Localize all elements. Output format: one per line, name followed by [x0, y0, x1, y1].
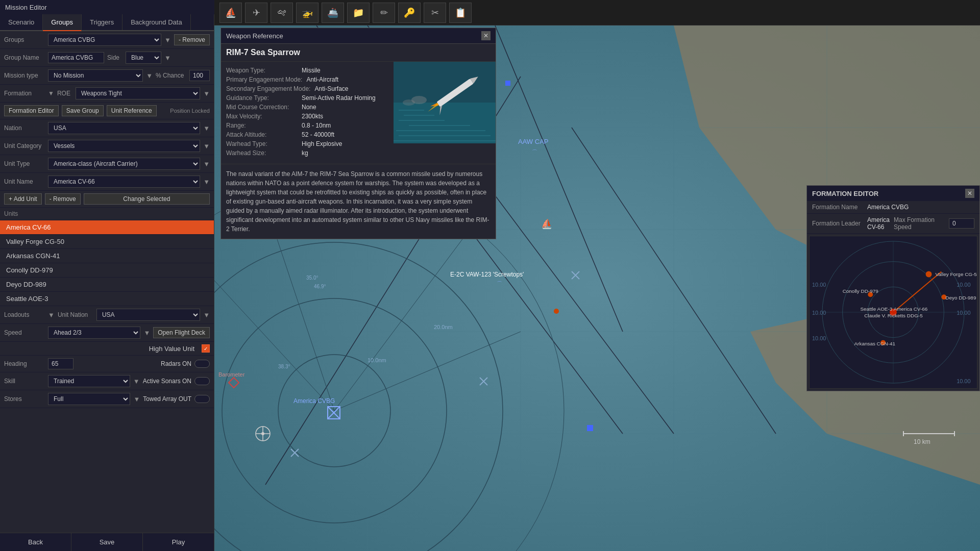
formation-editor-button[interactable]: Formation Editor: [4, 105, 59, 116]
back-button[interactable]: Back: [0, 533, 71, 551]
save-button[interactable]: Save: [71, 533, 143, 551]
tab-scenario[interactable]: Scenario: [0, 14, 43, 30]
nation-label: Nation: [4, 124, 45, 132]
formation-roe-row: Formation ▼ ROE Weapons Tight ▼: [0, 85, 214, 103]
tab-background-data[interactable]: Background Data: [122, 14, 190, 30]
svg-text:10.0nm: 10.0nm: [368, 357, 386, 363]
group-name-input[interactable]: [48, 52, 104, 63]
unit-category-select[interactable]: Vessels: [48, 140, 200, 152]
unit-category-row: Unit Category Vessels ▼: [0, 137, 214, 155]
unit-item[interactable]: Conolly DD-979: [0, 263, 214, 278]
svg-rect-56: [394, 103, 496, 143]
toolbar-jet-icon[interactable]: 🛩: [271, 3, 293, 23]
spec-secondary-eng: Secondary Engagement Mode: Anti-Surface: [226, 85, 388, 92]
unit-item[interactable]: Seattle AOE-3: [0, 292, 214, 306]
formation-radar-svg: 10.00 10.00 10.00 10.00 10.00 10.00 Vall…: [810, 236, 977, 388]
towed-array-toggle[interactable]: [194, 395, 210, 403]
unit-item[interactable]: Valley Forge CG-50: [0, 235, 214, 249]
unit-item[interactable]: America CV-66: [0, 220, 214, 235]
weapon-image: [394, 62, 496, 143]
toolbar-helo-icon[interactable]: 🚁: [296, 3, 318, 23]
fe-max-speed-input[interactable]: [949, 218, 974, 229]
formation-editor-title: FORMATION EDITOR: [812, 190, 878, 197]
weapon-ref-title: Weapon Reference: [226, 32, 283, 40]
speed-select[interactable]: Ahead 2/3: [48, 327, 140, 339]
unit-nation-select[interactable]: USA: [96, 309, 200, 321]
high-value-unit-label: High Value Unit: [149, 345, 194, 353]
side-select[interactable]: Blue: [126, 52, 161, 64]
unit-name-select[interactable]: America CV-66: [48, 176, 200, 188]
toolbar-destroyer-icon[interactable]: 🚢: [322, 3, 344, 23]
play-button[interactable]: Play: [143, 533, 214, 551]
weapon-content: Weapon Type: Missile Primary Engagement …: [221, 62, 496, 164]
spec-guidance: Guidance Type: Semi-Active Radar Homing: [226, 94, 388, 102]
nation-select[interactable]: USA: [48, 122, 200, 134]
heading-input[interactable]: [48, 358, 74, 369]
change-selected-button[interactable]: Change Selected: [84, 193, 210, 205]
unit-item[interactable]: Deyo DD-989: [0, 278, 214, 292]
radars-on-label: Radars ON: [161, 360, 191, 367]
skill-sonars-row: Skill Trained ▼ Active Sonars ON: [0, 372, 214, 390]
spec-primary-eng-label: Primary Engagement Mode:: [226, 76, 302, 83]
remove-unit-button[interactable]: - Remove: [45, 193, 81, 205]
skill-select[interactable]: Trained: [48, 375, 130, 387]
weapon-ref-close-button[interactable]: ✕: [481, 31, 491, 40]
bottom-buttons: Back Save Play: [0, 533, 214, 551]
toolbar-ship-icon[interactable]: ⛵: [219, 3, 242, 23]
spec-max-vel-label: Max Velocity:: [226, 113, 298, 120]
svg-text:10.00: 10.00: [812, 282, 826, 288]
radars-on-toggle[interactable]: [194, 360, 210, 368]
skill-label: Skill: [4, 378, 45, 385]
groups-select[interactable]: America CVBG: [48, 34, 161, 46]
unit-type-select[interactable]: America-class (Aircraft Carrier): [48, 158, 200, 170]
fe-leader-row: Formation Leader America CV-66 Max Forma…: [807, 214, 979, 234]
mission-type-row: Mission type No Mission ▼ % Chance: [0, 67, 214, 85]
weapon-description: The naval variant of the AIM-7 the RIM-7…: [221, 164, 496, 239]
spec-weapon-type: Weapon Type: Missile: [226, 67, 388, 74]
spec-attack-alt-label: Attack Altitude:: [226, 131, 298, 138]
svg-text:E-2C VAW-123 'Screwtops': E-2C VAW-123 'Screwtops': [450, 271, 524, 278]
units-section-header: Units: [0, 208, 214, 220]
toolbar-folder-icon[interactable]: 📁: [347, 3, 370, 23]
toolbar-key-icon[interactable]: 🔑: [398, 3, 421, 23]
remove-group-button[interactable]: - Remove: [174, 34, 210, 45]
svg-rect-53: [587, 425, 593, 431]
save-group-button[interactable]: Save Group: [62, 105, 104, 116]
high-value-unit-checkbox[interactable]: ✓: [202, 344, 210, 353]
active-sonars-toggle[interactable]: [194, 377, 210, 385]
toolbar-scissors-icon[interactable]: ✂: [424, 3, 446, 23]
spec-mid-course-val: None: [302, 104, 316, 111]
svg-text:Claude V. Ricketts DDG-5: Claude V. Ricketts DDG-5: [864, 313, 923, 318]
dropdown-arrow-skill: ▼: [133, 378, 140, 385]
toolbar-clipboard-icon[interactable]: 📋: [449, 3, 472, 23]
toolbar-pencil-icon[interactable]: ✏: [373, 3, 395, 23]
svg-text:Conolly DD-979: Conolly DD-979: [843, 288, 879, 294]
formation-editor-close-button[interactable]: ✕: [965, 189, 974, 198]
mission-type-select[interactable]: No Mission: [48, 69, 143, 82]
svg-text:38.3°: 38.3°: [278, 364, 290, 369]
roe-label: ROE: [57, 90, 72, 97]
open-flight-deck-button[interactable]: Open Flight Deck: [153, 327, 210, 338]
dropdown-arrow-unitname: ▼: [203, 178, 210, 186]
dropdown-arrow-side: ▼: [164, 54, 171, 62]
main-toolbar: ⛵ ✈ 🛩 🚁 🚢 📁 ✏ 🔑 ✂ 📋: [214, 0, 980, 26]
add-unit-button[interactable]: + Add Unit: [4, 193, 42, 205]
roe-select[interactable]: Weapons Tight: [76, 87, 200, 99]
speed-row: Speed Ahead 2/3 ▼ Open Flight Deck: [0, 324, 214, 342]
mission-type-label: Mission type: [4, 72, 45, 79]
unit-reference-button[interactable]: Unit Reference: [107, 105, 157, 116]
spec-range: Range: 0.8 - 10nm: [226, 122, 388, 129]
toolbar-plane-icon[interactable]: ✈: [245, 3, 267, 23]
stores-select[interactable]: Full: [48, 393, 130, 405]
tab-bar: Scenario Groups Triggers Background Data: [0, 14, 214, 31]
unit-item[interactable]: Arkansas CGN-41: [0, 249, 214, 263]
chance-input[interactable]: [189, 70, 210, 81]
svg-text:⌒: ⌒: [497, 281, 502, 287]
dropdown-arrow-loadouts: ▼: [48, 311, 55, 319]
svg-point-71: [403, 99, 415, 106]
spec-mid-course: Mid Course Correction: None: [226, 104, 388, 111]
tab-groups[interactable]: Groups: [43, 14, 82, 31]
spec-max-vel: Max Velocity: 2300kts: [226, 113, 388, 120]
tab-triggers[interactable]: Triggers: [82, 14, 122, 30]
spec-primary-eng-val: Anti-Aircraft: [306, 76, 338, 83]
